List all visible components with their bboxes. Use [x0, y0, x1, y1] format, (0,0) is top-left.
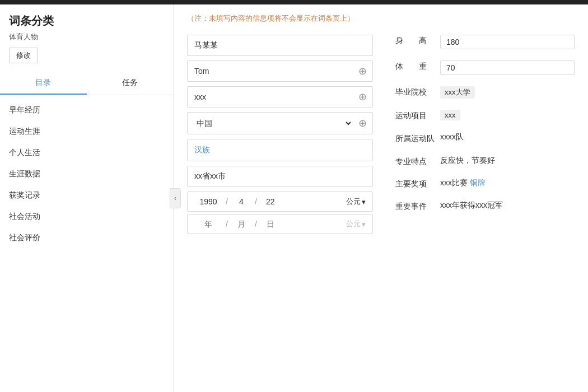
birth-sep1: / — [226, 197, 228, 206]
school-tag[interactable]: xxx大学 — [440, 86, 475, 99]
death-era-label: 公元 — [346, 219, 361, 229]
death-sep2: / — [255, 220, 257, 228]
name-zh-input[interactable] — [188, 35, 372, 55]
birth-month-input[interactable] — [231, 197, 251, 206]
birth-era[interactable]: 公元 ▾ — [346, 197, 366, 207]
form-left: ⊕ ⊕ 中国 ⊕ 汉族 — [187, 35, 373, 234]
weight-row: 体 重 — [395, 60, 575, 77]
height-value-container — [440, 35, 575, 49]
nickname-input[interactable] — [188, 87, 353, 107]
nav-item-career[interactable]: 运动生涯 — [0, 121, 173, 142]
weight-value-container — [440, 60, 575, 75]
specialty-value: 反应快，节奏好 — [440, 156, 575, 166]
nav-item-social-activities[interactable]: 社会活动 — [0, 206, 173, 227]
sidebar-tabs: 目录 任务 — [0, 72, 173, 95]
name-zh-row — [187, 35, 373, 56]
nationality-select[interactable]: 中国 — [188, 113, 353, 134]
notice-bar: （注：未填写内容的信息项将不会显示在词条页上） — [187, 13, 575, 24]
nav-item-awards[interactable]: 获奖记录 — [0, 185, 173, 206]
collapse-button[interactable]: ‹ — [170, 188, 181, 208]
event-row: 重要事件 xxx年获得xxx冠军 — [395, 200, 575, 214]
location-input[interactable] — [187, 166, 373, 187]
nickname-add-icon[interactable]: ⊕ — [353, 92, 372, 102]
nationality-row: 中国 ⊕ — [187, 112, 373, 134]
nickname-row: ⊕ — [187, 86, 373, 108]
nav-item-personal-life[interactable]: 个人生活 — [0, 142, 173, 164]
birth-day-input[interactable] — [260, 197, 281, 206]
award-text: xxx比赛 — [440, 178, 468, 187]
award-label: 主要奖项 — [395, 178, 440, 189]
form-right: 身 高 体 重 毕业院校 xxx大学 — [395, 35, 575, 234]
edit-button[interactable]: 修改 — [9, 48, 38, 63]
nav-item-early-life[interactable]: 早年经历 — [0, 100, 173, 121]
tab-tasks[interactable]: 任务 — [87, 72, 174, 95]
weight-input[interactable] — [440, 60, 575, 75]
school-row: 毕业院校 xxx大学 — [395, 86, 575, 101]
school-value-container: xxx大学 — [440, 86, 575, 99]
name-en-input[interactable] — [188, 61, 353, 81]
ethnicity-link[interactable]: 汉族 — [187, 139, 373, 161]
nav-item-career-data[interactable]: 生涯数据 — [0, 164, 173, 185]
death-era[interactable]: 公元 ▾ — [346, 219, 366, 229]
event-value: xxx年获得xxx冠军 — [440, 200, 575, 211]
sidebar-nav: 早年经历 运动生涯 个人生活 生涯数据 获奖记录 社会活动 社会评价 — [0, 95, 173, 253]
birth-year-input[interactable] — [194, 197, 222, 206]
tab-directory[interactable]: 目录 — [0, 72, 87, 95]
death-date-row: / / 公元 ▾ — [187, 214, 373, 234]
specialty-label: 专业特点 — [395, 156, 440, 167]
specialty-row: 专业特点 反应快，节奏好 — [395, 156, 575, 169]
award-link[interactable]: 铜牌 — [470, 178, 486, 187]
death-day-input[interactable] — [260, 220, 281, 228]
chevron-left-icon: ‹ — [174, 194, 176, 202]
school-label: 毕业院校 — [395, 86, 440, 97]
team-label: 所属运动队 — [395, 132, 440, 144]
death-month-input[interactable] — [231, 220, 251, 228]
birth-era-label: 公元 — [346, 197, 361, 207]
event-label: 重要事件 — [395, 200, 440, 212]
sidebar-title: 词条分类 — [0, 13, 173, 32]
sidebar-subtitle: 体育人物 — [0, 32, 173, 48]
nav-item-social-review[interactable]: 社会评价 — [0, 227, 173, 249]
name-en-row: ⊕ — [187, 60, 373, 82]
award-row: 主要奖项 xxx比赛 铜牌 — [395, 178, 575, 192]
height-input[interactable] — [440, 35, 575, 49]
death-era-chevron-icon: ▾ — [362, 220, 366, 228]
sport-label: 运动项目 — [395, 110, 440, 121]
height-row: 身 高 — [395, 35, 575, 52]
weight-label: 体 重 — [395, 60, 440, 72]
form-area: ⊕ ⊕ 中国 ⊕ 汉族 — [187, 35, 575, 234]
birth-era-chevron-icon: ▾ — [362, 198, 366, 206]
birth-date-row: / / 公元 ▾ — [187, 192, 373, 212]
main-content: （注：未填写内容的信息项将不会显示在词条页上） ⊕ ⊕ — [174, 4, 588, 392]
death-sep1: / — [226, 220, 228, 228]
height-label: 身 高 — [395, 35, 440, 46]
top-bar — [0, 0, 588, 4]
team-value: xxxx队 — [440, 132, 575, 142]
name-en-add-icon[interactable]: ⊕ — [353, 66, 372, 76]
team-row: 所属运动队 xxxx队 — [395, 132, 575, 147]
sport-value-container: xxx — [440, 110, 575, 120]
death-year-input[interactable] — [194, 220, 222, 228]
nationality-add-icon[interactable]: ⊕ — [353, 118, 372, 128]
sport-tag[interactable]: xxx — [440, 110, 460, 120]
award-value-container: xxx比赛 铜牌 — [440, 178, 575, 188]
sport-row: 运动项目 xxx — [395, 110, 575, 123]
sidebar: 词条分类 体育人物 修改 目录 任务 早年经历 运动生涯 个人生活 生涯数据 获… — [0, 4, 174, 392]
birth-sep2: / — [255, 197, 257, 206]
